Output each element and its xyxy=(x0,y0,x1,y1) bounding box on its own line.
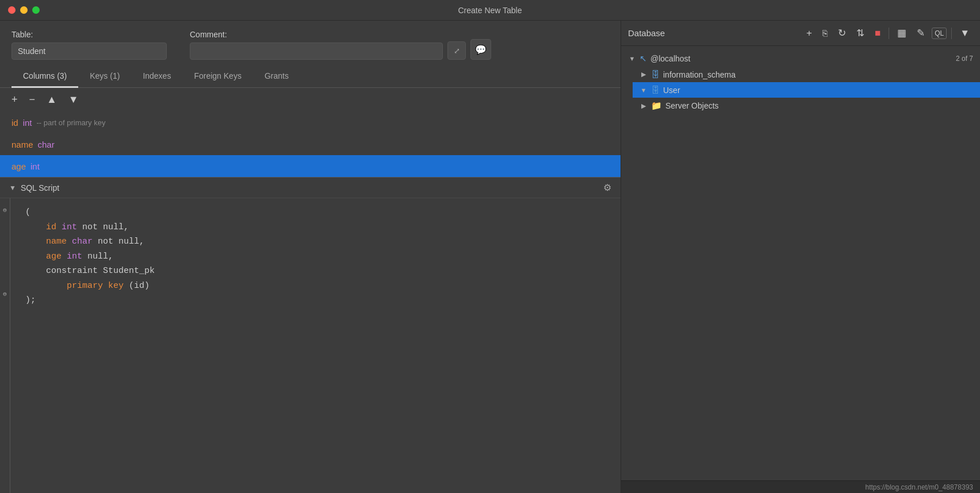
chevron-down-icon: ▼ xyxy=(640,87,648,94)
sql-line: ( xyxy=(25,205,609,220)
tree-db-label: information_schema xyxy=(663,70,973,79)
move-up-icon: ▲ xyxy=(47,94,57,106)
column-type: int xyxy=(30,161,40,171)
column-name: name xyxy=(12,140,33,149)
edit-button[interactable]: ✎ xyxy=(913,25,928,41)
tree-item-information-schema[interactable]: ▶ 🗄 information_schema xyxy=(633,67,980,82)
columns-list: id int -- part of primary key name char … xyxy=(0,111,621,177)
table-name-input[interactable] xyxy=(12,43,167,60)
sql-content: ( id int not null, name char not null, a… xyxy=(12,205,609,308)
copy-db-button[interactable]: ⎘ xyxy=(819,26,831,40)
column-row[interactable]: id int -- part of primary key xyxy=(0,111,621,133)
sql-body: ⊖ ⊖ ( id int not null, name char not nul… xyxy=(0,198,621,493)
toolbar-separator xyxy=(951,28,952,39)
add-icon: + xyxy=(12,94,18,106)
comment-input[interactable] xyxy=(190,43,443,60)
column-row-selected[interactable]: age int xyxy=(0,155,621,177)
sql-line: id int not null, xyxy=(25,220,609,235)
sql-line: ); xyxy=(25,293,609,308)
comment-field-wrap: Comment: xyxy=(190,30,443,60)
tab-indexes[interactable]: Indexes xyxy=(131,67,182,88)
chevron-right-icon: ▶ xyxy=(640,71,648,78)
add-db-icon: + xyxy=(806,28,812,39)
tab-keys[interactable]: Keys (1) xyxy=(78,67,131,88)
ql-button[interactable]: QL xyxy=(932,28,947,39)
ql-icon: QL xyxy=(935,29,944,37)
comment-group: Comment: ⤢ 💬 xyxy=(190,30,491,60)
right-panel: Database + ⎘ ↻ ⇅ ■ ▦ ✎ Q xyxy=(621,21,980,493)
window-controls xyxy=(8,6,40,14)
toolbar-separator xyxy=(889,28,889,39)
add-column-button[interactable]: + xyxy=(9,93,20,107)
remove-column-button[interactable]: − xyxy=(27,93,38,107)
expand-button[interactable]: ⤢ xyxy=(447,41,466,60)
sql-gutter: ⊖ ⊖ xyxy=(0,198,10,493)
main-layout: Table: Comment: ⤢ 💬 Columns (3) xyxy=(0,21,980,493)
database-icon: 🗄 xyxy=(651,85,660,95)
tree-item-user[interactable]: ▼ 🗄 User xyxy=(633,82,980,98)
title-bar: Create New Table xyxy=(0,0,980,21)
refresh-db-button[interactable]: ↻ xyxy=(834,25,849,41)
tab-foreign-keys[interactable]: Foreign Keys xyxy=(182,67,252,88)
database-icon: 🗄 xyxy=(651,70,660,79)
copy-icon: ⎘ xyxy=(822,28,828,38)
comment-bubble-icon: 💬 xyxy=(475,44,487,55)
fold-marker-close[interactable]: ⊖ xyxy=(3,289,7,300)
right-toolbar: Database + ⎘ ↻ ⇅ ■ ▦ ✎ Q xyxy=(621,21,980,46)
edit-icon: ✎ xyxy=(917,27,925,39)
close-button[interactable] xyxy=(8,6,16,14)
table-name-group: Table: xyxy=(12,30,167,60)
tab-grants[interactable]: Grants xyxy=(253,67,300,88)
grid-view-button[interactable]: ▦ xyxy=(894,25,910,41)
column-name: id xyxy=(12,118,18,128)
database-panel-title: Database xyxy=(628,28,799,38)
cursor-icon: ↖ xyxy=(640,53,647,64)
settings-icon: ⚙ xyxy=(603,183,611,192)
chevron-down-icon: ▼ xyxy=(628,55,636,62)
chevron-right-icon: ▶ xyxy=(640,102,648,110)
filter-button[interactable]: ▼ xyxy=(956,25,973,41)
sql-collapse-button[interactable]: ▼ xyxy=(9,184,16,192)
tree-item-localhost[interactable]: ▼ ↖ @localhost 2 of 7 xyxy=(621,51,980,67)
comment-label: Comment: xyxy=(190,30,443,39)
move-down-button[interactable]: ▼ xyxy=(66,93,81,107)
sort-db-button[interactable]: ⇅ xyxy=(853,25,868,41)
tree-server-label: @localhost xyxy=(650,54,952,63)
move-down-icon: ▼ xyxy=(68,94,79,106)
column-comment: -- part of primary key xyxy=(37,118,106,127)
window-title: Create New Table xyxy=(458,6,522,15)
stop-icon: ■ xyxy=(875,28,881,39)
columns-toolbar: + − ▲ ▼ xyxy=(0,88,621,111)
database-tree: ▼ ↖ @localhost 2 of 7 ▶ 🗄 information_sc… xyxy=(621,46,980,480)
tree-db-label: User xyxy=(663,86,973,95)
move-up-button[interactable]: ▲ xyxy=(44,93,59,107)
grid-icon: ▦ xyxy=(897,27,906,39)
refresh-icon: ↻ xyxy=(838,27,846,39)
folder-icon: 📁 xyxy=(651,101,662,111)
remove-icon: − xyxy=(29,94,36,106)
add-db-button[interactable]: + xyxy=(803,25,816,41)
left-panel: Table: Comment: ⤢ 💬 Columns (3) xyxy=(0,21,621,493)
tree-server-badge: 2 of 7 xyxy=(956,55,973,63)
sql-line: constraint Student_pk xyxy=(25,264,609,279)
stop-button[interactable]: ■ xyxy=(871,25,884,41)
column-type: char xyxy=(38,140,55,149)
fold-marker-open[interactable]: ⊖ xyxy=(3,205,7,216)
sql-line: age int null, xyxy=(25,249,609,264)
sql-section-header: ▼ SQL Script ⚙ xyxy=(0,178,621,198)
sql-settings-button[interactable]: ⚙ xyxy=(603,182,611,193)
sql-line: primary key (id) xyxy=(25,279,609,294)
comment-bubble-button[interactable]: 💬 xyxy=(470,39,491,60)
sql-section: ▼ SQL Script ⚙ ⊖ ⊖ ( id int not null, xyxy=(0,177,621,493)
sql-section-title: SQL Script xyxy=(21,183,599,192)
tree-folder-label: Server Objects xyxy=(665,101,973,110)
tree-item-server-objects[interactable]: ▶ 📁 Server Objects xyxy=(633,98,980,114)
maximize-button[interactable] xyxy=(32,6,40,14)
table-label: Table: xyxy=(12,30,167,39)
minimize-button[interactable] xyxy=(20,6,28,14)
tab-columns[interactable]: Columns (3) xyxy=(12,67,78,88)
filter-icon: ▼ xyxy=(960,28,970,39)
expand-icon: ⤢ xyxy=(454,47,460,55)
column-type: int xyxy=(23,118,32,128)
column-row[interactable]: name char xyxy=(0,133,621,155)
